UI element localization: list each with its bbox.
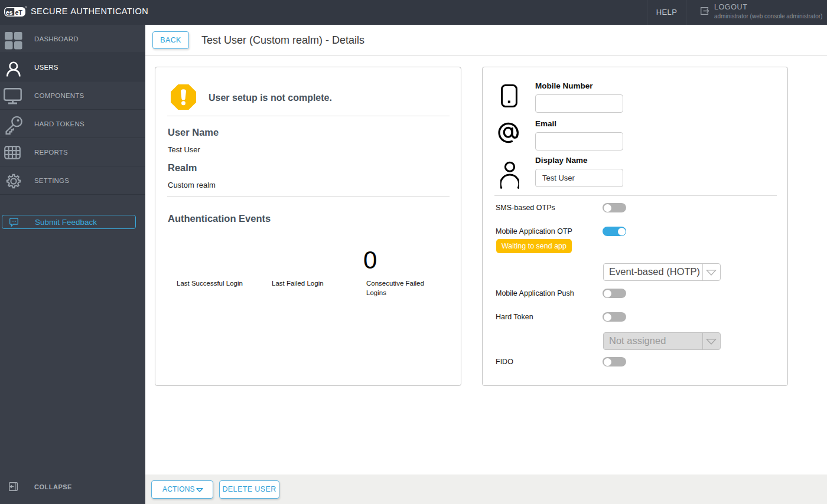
svg-text:es: es	[6, 9, 13, 16]
svg-text:eT: eT	[15, 9, 23, 16]
